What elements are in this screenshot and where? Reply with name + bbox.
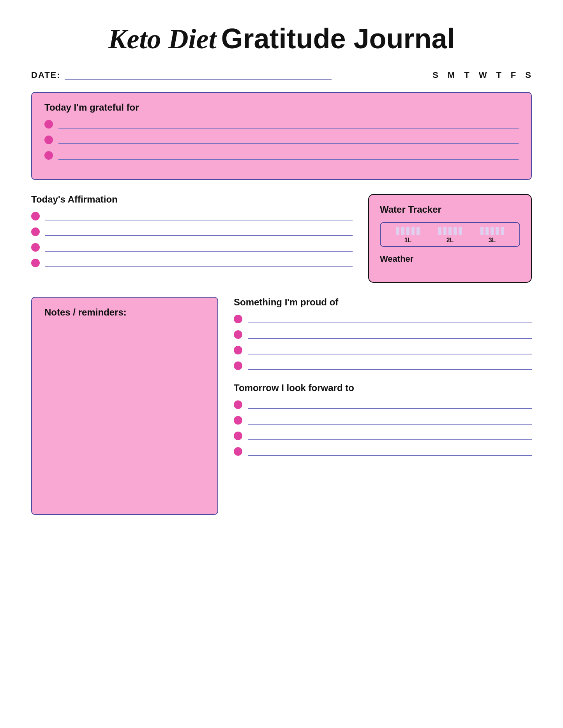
- aff-write-1[interactable]: [45, 212, 353, 220]
- aff-bullet-1: [31, 212, 40, 220]
- weather-title: Weather: [380, 254, 520, 264]
- proud-bullet-4: [234, 361, 242, 370]
- affirmation-title: Today's Affirmation: [31, 194, 353, 205]
- grateful-write-1[interactable]: [58, 120, 519, 129]
- proud-write-3[interactable]: [248, 346, 532, 354]
- aff-write-3[interactable]: [45, 243, 353, 252]
- day-f: F: [511, 70, 517, 80]
- tomorrow-line-4: [234, 447, 532, 456]
- aff-bullet-2: [31, 227, 40, 236]
- days-of-week: S M T W T F S: [432, 70, 532, 80]
- bullet-icon-2: [44, 136, 53, 144]
- grateful-line-1: [44, 120, 519, 129]
- proud-line-2: [234, 330, 532, 339]
- affirmation-line-2: [31, 227, 353, 236]
- proud-line-1: [234, 315, 532, 323]
- tomorrow-write-1[interactable]: [248, 400, 532, 409]
- water-mark-3-4: [496, 227, 499, 235]
- water-mark-2-5: [459, 227, 462, 235]
- aff-bullet-4: [31, 259, 40, 267]
- middle-row: Today's Affirmation Water Tracker: [31, 194, 532, 283]
- tomorrow-line-1: [234, 400, 532, 409]
- grateful-write-2[interactable]: [58, 136, 519, 144]
- notes-section: Notes / reminders:: [31, 297, 218, 515]
- tomorrow-bullet-2: [234, 416, 242, 425]
- water-mark-1-4: [411, 227, 415, 235]
- tomorrow-title: Tomorrow I look forward to: [234, 383, 532, 393]
- water-mark-3-5: [501, 227, 504, 235]
- title-gratitude: Gratitude Journal: [221, 23, 455, 54]
- water-mark-1-5: [417, 227, 420, 235]
- day-t1: T: [464, 70, 470, 80]
- water-group-2: [438, 227, 462, 235]
- tomorrow-section: Tomorrow I look forward to: [234, 383, 532, 456]
- affirmation-line-4: [31, 259, 353, 267]
- water-mark-3-3: [491, 227, 494, 235]
- proud-title: Something I'm proud of: [234, 297, 532, 308]
- tomorrow-line-3: [234, 432, 532, 440]
- water-marks-row: [387, 227, 513, 235]
- grateful-line-3: [44, 151, 519, 160]
- bullet-icon-3: [44, 151, 53, 160]
- proud-tomorrow-col: Something I'm proud of Tomorrow I look f…: [234, 297, 532, 468]
- water-weather-section: Water Tracker: [368, 194, 532, 283]
- proud-line-4: [234, 361, 532, 370]
- date-row: DATE: S M T W T F S: [31, 70, 532, 80]
- grateful-section: Today I'm grateful for: [31, 92, 532, 180]
- proud-bullet-3: [234, 346, 242, 354]
- water-group-3: [480, 227, 504, 235]
- water-label-2l: 2L: [447, 237, 454, 244]
- tomorrow-write-2[interactable]: [248, 416, 532, 425]
- grateful-title: Today I'm grateful for: [44, 102, 519, 113]
- day-s2: S: [525, 70, 532, 80]
- water-group-1: [396, 227, 420, 235]
- water-label-3l: 3L: [489, 237, 496, 244]
- grateful-line-2: [44, 136, 519, 144]
- notes-title: Notes / reminders:: [44, 307, 205, 318]
- water-mark-3-2: [485, 227, 489, 235]
- water-mark-1-3: [406, 227, 409, 235]
- day-t2: T: [496, 70, 502, 80]
- day-s1: S: [432, 70, 439, 80]
- tomorrow-bullet-3: [234, 432, 242, 440]
- water-mark-2-3: [448, 227, 452, 235]
- proud-line-3: [234, 346, 532, 354]
- day-w: W: [479, 70, 488, 80]
- aff-write-2[interactable]: [45, 227, 353, 236]
- water-mark-2-4: [454, 227, 457, 235]
- water-tracker-box: 1L 2L 3L: [380, 222, 520, 247]
- tomorrow-write-4[interactable]: [248, 447, 532, 456]
- date-label: DATE:: [31, 70, 61, 80]
- water-mark-2-2: [443, 227, 447, 235]
- water-labels: 1L 2L 3L: [387, 237, 513, 244]
- proud-bullet-1: [234, 315, 242, 323]
- proud-bullet-2: [234, 330, 242, 339]
- water-label-1l: 1L: [404, 237, 412, 244]
- proud-section: Something I'm proud of: [234, 297, 532, 370]
- bullet-icon-1: [44, 120, 53, 129]
- aff-bullet-3: [31, 243, 40, 252]
- title-keto: Keto Diet: [108, 23, 216, 55]
- affirmation-section: Today's Affirmation: [31, 194, 353, 274]
- water-mark-1-2: [401, 227, 404, 235]
- water-tracker-title: Water Tracker: [380, 204, 520, 215]
- day-m: M: [448, 70, 455, 80]
- date-input-line[interactable]: [65, 71, 332, 80]
- tomorrow-line-2: [234, 416, 532, 425]
- page-title: Keto DietGratitude Journal: [31, 23, 532, 55]
- tomorrow-bullet-1: [234, 400, 242, 409]
- grateful-write-3[interactable]: [58, 151, 519, 160]
- aff-write-4[interactable]: [45, 259, 353, 267]
- water-mark-1-1: [396, 227, 399, 235]
- water-mark-3-1: [480, 227, 484, 235]
- proud-write-4[interactable]: [248, 361, 532, 370]
- proud-write-1[interactable]: [248, 315, 532, 323]
- tomorrow-write-3[interactable]: [248, 432, 532, 440]
- bottom-row: Notes / reminders: Something I'm proud o…: [31, 297, 532, 515]
- proud-write-2[interactable]: [248, 330, 532, 339]
- water-mark-2-1: [438, 227, 441, 235]
- tomorrow-bullet-4: [234, 447, 242, 456]
- affirmation-line-3: [31, 243, 353, 252]
- affirmation-line-1: [31, 212, 353, 220]
- date-left: DATE:: [31, 70, 332, 80]
